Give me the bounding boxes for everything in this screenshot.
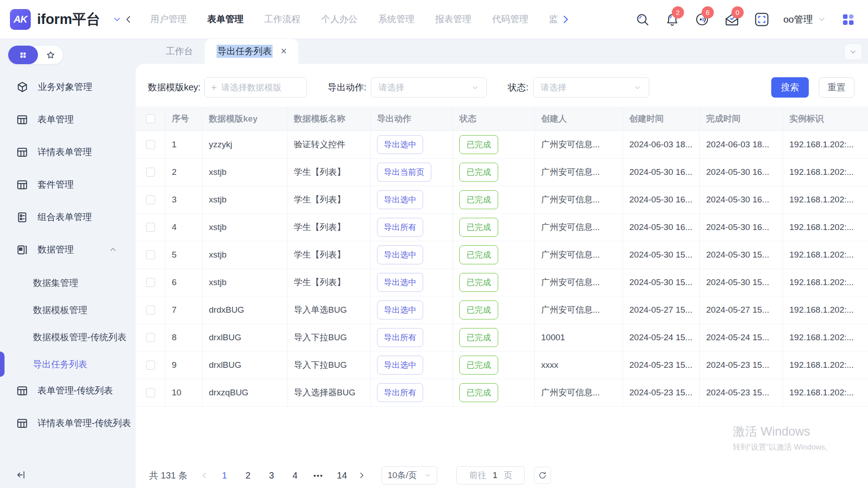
broadcast-service-icon[interactable]: 6 — [694, 11, 710, 28]
sidebar-subitem-data-template-legacy[interactable]: 数据模板管理-传统列表 — [0, 324, 136, 351]
chevron-down-icon — [424, 472, 431, 479]
goto-page-input[interactable]: 1 — [493, 470, 498, 480]
export-action-button[interactable]: 导出选中 — [377, 135, 423, 154]
cell-finished-time: 2024-05-27 15... — [700, 296, 783, 324]
export-action-button[interactable]: 导出选中 — [377, 356, 423, 375]
sidebar-subitem-label: 导出任务列表 — [33, 358, 87, 371]
nav-scroll-left-icon[interactable] — [124, 14, 134, 24]
page-size-select[interactable]: 10条/页 — [382, 466, 437, 484]
search-icon[interactable] — [634, 11, 651, 28]
row-checkbox[interactable] — [146, 278, 155, 287]
sidebar-item-composite-form-mgmt[interactable]: 组合表单管理 — [0, 204, 136, 230]
data-page-icon — [16, 244, 28, 256]
topnav-item-personal-office[interactable]: 个人办公 — [311, 13, 368, 25]
row-checkbox[interactable] — [146, 168, 155, 177]
sidebar-subitem-export-task-list[interactable]: 导出任务列表 — [0, 351, 136, 378]
bell-badge: 2 — [672, 6, 684, 19]
export-action-button[interactable]: 导出选中 — [377, 273, 423, 292]
export-action-button[interactable]: 导出选中 — [377, 245, 423, 264]
export-action-button[interactable]: 导出选中 — [377, 190, 423, 209]
table-icon — [16, 146, 28, 158]
sidebar-item-form-mgmt[interactable]: 表单管理 — [0, 107, 136, 132]
topnav-item-form-mgmt[interactable]: 表单管理 — [197, 13, 254, 25]
user-menu[interactable]: oo管理 — [783, 13, 826, 26]
cell-template-name: 学生【列表】 — [288, 159, 371, 186]
cell-instance-id: 192.168.1.202:... — [783, 269, 868, 296]
export-action-button[interactable]: 导出当前页 — [377, 163, 431, 182]
page-jumper[interactable]: 前往 1 页 — [456, 466, 525, 484]
filter-bar: 数据模版key: + 请选择数据模版 导出动作: 请选择 状态: 请选择 搜索 … — [136, 64, 868, 107]
page-number-1[interactable]: 1 — [215, 467, 233, 484]
topnav-item-workflow[interactable]: 工作流程 — [254, 13, 311, 25]
sidebar-item-suite-mgmt[interactable]: 套件管理 — [0, 172, 136, 197]
sidebar-subitem-data-template-mgmt[interactable]: 数据模板管理 — [0, 296, 136, 324]
brand-chevron-down-icon[interactable] — [112, 14, 122, 24]
row-checkbox[interactable] — [146, 223, 155, 232]
tab-export-task-list[interactable]: 导出任务列表 × — [205, 39, 298, 64]
sidebar-subitem-dataset-mgmt[interactable]: 数据集管理 — [0, 269, 136, 296]
page-number-2[interactable]: 2 — [239, 467, 257, 484]
sidebar-item-label: 套件管理 — [38, 178, 74, 191]
template-key-input[interactable]: + 请选择数据模版 — [204, 77, 307, 98]
tab-overflow-button[interactable] — [844, 43, 862, 60]
row-checkbox[interactable] — [146, 140, 155, 149]
cell-template-name: 学生【列表】 — [288, 269, 371, 296]
cell-created-time: 2024-05-24 15... — [623, 324, 700, 352]
row-checkbox[interactable] — [146, 305, 155, 314]
chevron-down-icon — [633, 84, 642, 92]
row-checkbox[interactable] — [146, 195, 155, 204]
mail-icon[interactable]: 0 — [724, 11, 740, 28]
tab-workbench[interactable]: 工作台 — [154, 39, 205, 64]
next-page-icon[interactable] — [354, 467, 370, 484]
select-all-checkbox[interactable] — [146, 114, 155, 123]
notification-bell-icon[interactable]: 2 — [664, 11, 680, 28]
cell-instance-id: 192.168.1.202:... — [783, 131, 868, 159]
export-action-button[interactable]: 导出选中 — [377, 300, 423, 319]
topnav-item-code-mgmt[interactable]: 代码管理 — [482, 13, 539, 25]
sidebar-view-toggle[interactable] — [8, 46, 63, 64]
refresh-button[interactable] — [534, 467, 551, 484]
sidebar-item-label: 详情表单管理-传统列表 — [38, 417, 131, 429]
table-row: 4 xstjb 学生【列表】 导出所有 已完成 广州安可信息... 2024-0… — [136, 214, 868, 241]
tab-close-icon[interactable]: × — [281, 46, 287, 56]
table-icon — [16, 114, 28, 126]
export-action-button[interactable]: 导出所有 — [377, 328, 423, 347]
row-checkbox[interactable] — [146, 361, 155, 370]
top-bar: AK iform平台 用户管理 表单管理 工作流程 个人办公 系统管理 报表管理… — [0, 0, 868, 39]
nav-scroll-right-icon[interactable] — [560, 14, 571, 25]
topnav-item-report-mgmt[interactable]: 报表管理 — [425, 13, 482, 25]
pagination-bar: 共 131 条 1 2 3 4 ••• 14 10条/页 前往 1 页 — [149, 466, 551, 484]
table-row: 1 yzzykj 验证转义控件 导出选中 已完成 广州安可信息... 2024-… — [136, 131, 868, 159]
sidebar-item-business-object[interactable]: 业务对象管理 — [0, 74, 136, 100]
row-checkbox[interactable] — [146, 250, 155, 259]
export-action-button[interactable]: 导出所有 — [377, 383, 423, 402]
topnav-item-system-mgmt[interactable]: 系统管理 — [368, 13, 425, 25]
row-checkbox[interactable] — [146, 333, 155, 342]
sidebar-subitem-label: 数据模板管理-传统列表 — [33, 331, 127, 343]
topnav-item-user-mgmt[interactable]: 用户管理 — [140, 13, 197, 25]
row-checkbox[interactable] — [146, 388, 155, 397]
page-number-3[interactable]: 3 — [262, 467, 280, 484]
search-button[interactable]: 搜索 — [771, 77, 809, 98]
prev-page-icon[interactable] — [196, 467, 212, 484]
apps-grid-icon[interactable] — [840, 11, 856, 28]
reset-button[interactable]: 重置 — [819, 77, 854, 98]
page-number-4[interactable]: 4 — [286, 467, 304, 484]
export-action-button[interactable]: 导出所有 — [377, 218, 423, 237]
sidebar-item-detail-form-mgmt[interactable]: 详情表单管理 — [0, 139, 136, 165]
sidebar-item-form-mgmt-legacy[interactable]: 表单管理-传统列表 — [0, 378, 136, 404]
sidebar-item-detail-form-mgmt-legacy[interactable]: 详情表单管理-传统列表 — [0, 410, 136, 436]
fullscreen-icon[interactable] — [754, 11, 770, 28]
page-number-last[interactable]: 14 — [333, 467, 351, 484]
status-select[interactable]: 请选择 — [533, 77, 649, 98]
topnav-item-monitor-truncated[interactable]: 监 — [539, 13, 560, 25]
page-ellipsis[interactable]: ••• — [309, 472, 327, 479]
sidebar-item-label: 详情表单管理 — [38, 146, 92, 158]
export-action-select[interactable]: 请选择 — [371, 77, 487, 98]
menu-grid-toggle[interactable] — [8, 46, 38, 64]
cell-created-time: 2024-05-23 15... — [623, 352, 700, 379]
favorites-star-icon[interactable] — [38, 50, 63, 60]
sidebar-item-data-mgmt[interactable]: 数据管理 — [0, 237, 136, 263]
cell-instance-id: 192.168.1.202:... — [783, 324, 868, 352]
collapse-sidebar-icon[interactable] — [15, 469, 27, 481]
